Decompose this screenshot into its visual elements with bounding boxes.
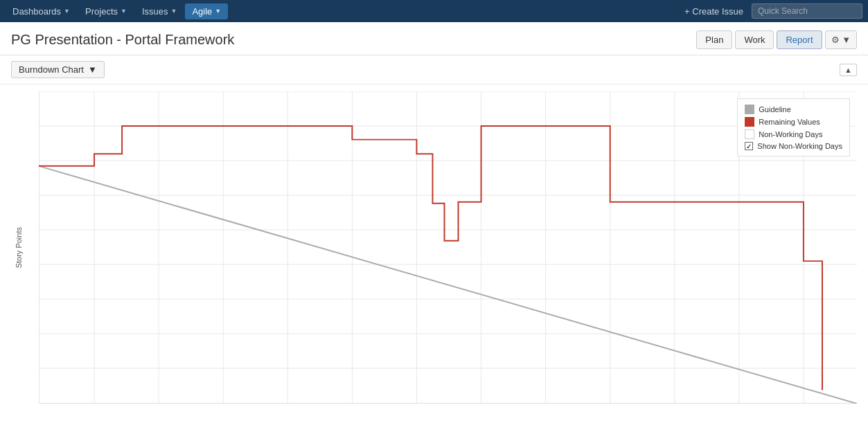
chart-wrapper: Story Points bbox=[11, 91, 857, 424]
nav-issues[interactable]: Issues ▼ bbox=[135, 3, 184, 19]
quick-search-input[interactable] bbox=[752, 3, 862, 19]
page-header: PG Presentation - Portal Framework Plan … bbox=[0, 22, 868, 55]
create-issue-button[interactable]: + Create Issue bbox=[677, 3, 750, 19]
nav-projects-label: Projects bbox=[85, 6, 118, 17]
nav-dashboards[interactable]: Dashboards ▼ bbox=[6, 3, 77, 19]
legend-remaining: Remaining Values bbox=[745, 117, 842, 127]
chart-dropdown-arrow: ▼ bbox=[88, 64, 97, 75]
nav-agile-label: Agile bbox=[192, 6, 212, 17]
top-navigation: Dashboards ▼ Projects ▼ Issues ▼ Agile ▼… bbox=[0, 0, 868, 22]
nav-agile[interactable]: Agile ▼ bbox=[185, 3, 228, 19]
nav-issues-arrow: ▼ bbox=[171, 8, 177, 15]
remaining-color-swatch bbox=[745, 117, 754, 127]
legend-show-nonworking[interactable]: ✓ Show Non-Working Days bbox=[745, 142, 842, 150]
nonworking-color-swatch bbox=[745, 129, 754, 139]
legend-nonworking: Non-Working Days bbox=[745, 129, 842, 139]
burndown-chart-svg: 45 40 35 30 25 20 15 10 5 0 Jul 19 Jul 2… bbox=[39, 91, 857, 404]
collapse-button[interactable]: ▲ bbox=[840, 64, 857, 76]
work-button[interactable]: Work bbox=[735, 30, 774, 49]
report-button[interactable]: Report bbox=[777, 30, 822, 49]
nav-dashboards-arrow: ▼ bbox=[64, 8, 70, 15]
show-nonworking-checkbox[interactable]: ✓ bbox=[745, 142, 753, 150]
nav-projects-arrow: ▼ bbox=[121, 8, 127, 15]
nav-dashboards-label: Dashboards bbox=[12, 6, 61, 17]
settings-button[interactable]: ⚙ ▼ bbox=[825, 30, 857, 49]
header-actions: Plan Work Report ⚙ ▼ bbox=[696, 30, 857, 49]
show-nonworking-label: Show Non-Working Days bbox=[757, 142, 842, 150]
chart-legend: Guideline Remaining Values Non-Working D… bbox=[737, 98, 850, 156]
chart-container: Story Points bbox=[0, 84, 868, 431]
remaining-label: Remaining Values bbox=[759, 118, 820, 126]
guideline-label: Guideline bbox=[759, 105, 790, 114]
nonworking-label: Non-Working Days bbox=[759, 130, 822, 138]
nav-issues-label: Issues bbox=[142, 6, 168, 17]
y-axis-label: Story Points bbox=[15, 227, 23, 268]
guideline-color-swatch bbox=[745, 105, 754, 114]
chart-type-label: Burndown Chart bbox=[19, 64, 84, 75]
chart-type-dropdown[interactable]: Burndown Chart ▼ bbox=[11, 61, 105, 78]
page-title: PG Presentation - Portal Framework bbox=[11, 32, 234, 48]
plan-button[interactable]: Plan bbox=[696, 30, 732, 49]
nav-agile-arrow: ▼ bbox=[215, 8, 221, 15]
toolbar-row: Burndown Chart ▼ ▲ bbox=[0, 55, 868, 84]
nav-projects[interactable]: Projects ▼ bbox=[78, 3, 134, 19]
legend-guideline: Guideline bbox=[745, 105, 842, 114]
